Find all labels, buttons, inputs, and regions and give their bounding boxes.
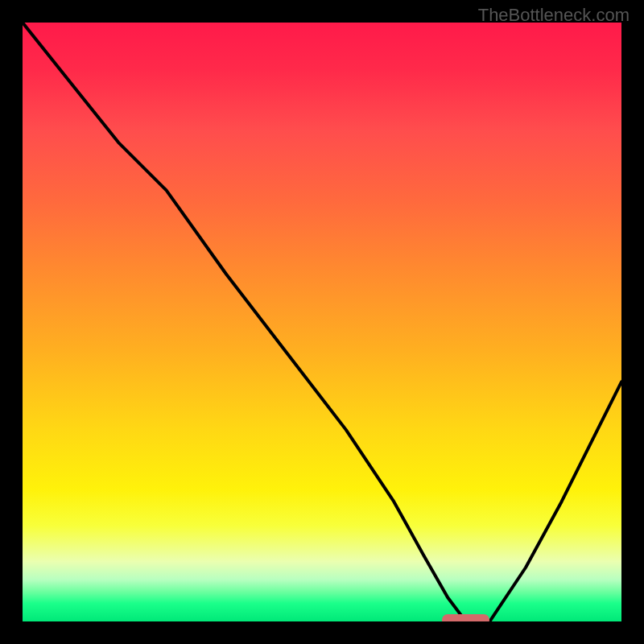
chart-plot-area: [23, 23, 621, 621]
bottleneck-curve: [23, 23, 621, 621]
optimal-range-marker: [442, 614, 490, 621]
watermark-text: TheBottleneck.com: [478, 5, 630, 26]
